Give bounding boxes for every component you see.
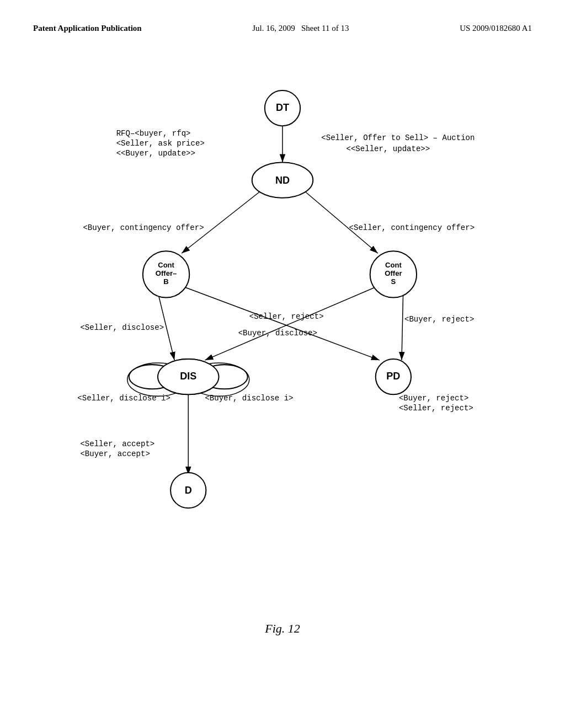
header-left: Patent Application Publication <box>33 22 142 35</box>
diagram-container: RFQ–<buyer, rfq> <Seller, ask price> <<B… <box>33 46 532 652</box>
svg-line-5 <box>180 285 380 360</box>
patent-application-label: Patent Application Publication <box>33 24 142 33</box>
ask-price-label: <Seller, ask price> <box>116 139 205 148</box>
svg-line-6 <box>205 285 379 360</box>
seller-disclose-i-label: <Seller, disclose i> <box>77 394 170 403</box>
buyer-reject-pd-label: <Buyer, reject> <box>399 394 468 403</box>
seller-update-label: <<Seller, update>> <box>347 144 430 153</box>
seller-accept-label: <Seller, accept> <box>80 439 154 448</box>
seller-offer-label: <Seller, Offer to Sell> – Auction <box>321 133 475 142</box>
seller-reject-label: <Seller, reject> <box>249 312 324 320</box>
header: Patent Application Publication Jul. 16, … <box>33 22 532 35</box>
cont-offer-b-label3: B <box>163 277 168 286</box>
fig-caption-text: Fig. 12 <box>265 622 300 635</box>
svg-line-7 <box>402 285 403 360</box>
pd-node-label: PD <box>386 371 400 382</box>
header-right: US 2009/0182680 A1 <box>460 22 532 35</box>
nd-node-label: ND <box>275 174 290 185</box>
date-label: Jul. 16, 2009 <box>252 24 295 33</box>
cont-offer-b-label2: Offer– <box>156 269 177 277</box>
buyer-disclose-cross-label: <Buyer, disclose> <box>238 328 317 337</box>
buyer-contingency-label: <Buyer, contingency offer> <box>83 223 204 232</box>
patent-number-label: US 2009/0182680 A1 <box>460 24 532 33</box>
svg-line-3 <box>305 191 378 253</box>
dis-node-label: DIS <box>180 371 196 382</box>
seller-reject-pd-label: <Seller, reject> <box>399 404 473 413</box>
page: Patent Application Publication Jul. 16, … <box>0 0 565 728</box>
dt-node-label: DT <box>276 102 289 113</box>
buyer-update-label: <<Buyer, update>> <box>116 149 195 158</box>
svg-line-2 <box>182 191 260 253</box>
sheet-label: Sheet 11 of 13 <box>301 24 349 33</box>
seller-disclose-left-label: <Seller, disclose> <box>80 323 164 331</box>
cont-offer-s-label2: Offer <box>385 269 402 277</box>
rfq-label: RFQ–<buyer, rfq> <box>116 129 191 138</box>
header-center: Jul. 16, 2009 Sheet 11 of 13 <box>252 22 349 35</box>
cont-offer-s-label3: S <box>391 277 396 286</box>
buyer-reject-s-label: <Buyer, reject> <box>404 314 474 323</box>
buyer-accept-label: <Buyer, accept> <box>80 449 150 458</box>
cont-offer-s-label1: Cont <box>385 261 402 269</box>
d-node-label: D <box>185 485 192 496</box>
figure-caption: Fig. 12 <box>265 622 300 636</box>
buyer-disclose-i-label: <Buyer, disclose i> <box>205 394 293 403</box>
cont-offer-b-label1: Cont <box>158 261 174 269</box>
diagram-svg: RFQ–<buyer, rfq> <Seller, ask price> <<B… <box>33 46 532 652</box>
seller-contingency-label: <Seller, contingency offer> <box>349 223 475 232</box>
